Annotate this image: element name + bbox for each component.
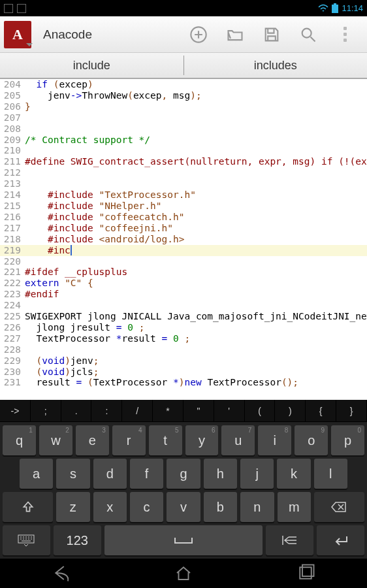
code-line[interactable]: 230 (void)jcls;: [0, 367, 367, 378]
key-k[interactable]: k: [277, 459, 310, 489]
android-nav-bar: [0, 559, 367, 588]
key-b[interactable]: b: [204, 492, 237, 522]
key-a[interactable]: a: [20, 459, 53, 489]
symbol-key[interactable]: ': [214, 400, 245, 422]
code-line[interactable]: 210: [0, 145, 367, 156]
key-x[interactable]: x: [93, 492, 127, 522]
new-button[interactable]: [180, 16, 217, 53]
symbol-key[interactable]: /: [122, 400, 153, 422]
symbol-key[interactable]: ): [275, 400, 306, 422]
enter-key[interactable]: [317, 525, 364, 555]
key-h[interactable]: h: [204, 459, 237, 489]
symbol-key[interactable]: ;: [31, 400, 61, 422]
notification-icon: [4, 4, 13, 13]
key-t[interactable]: t5: [149, 425, 182, 455]
code-line[interactable]: 213: [0, 178, 367, 189]
recent-apps-button[interactable]: [296, 563, 315, 585]
code-line[interactable]: 209/* Contract support */: [0, 135, 367, 146]
key-u[interactable]: u7: [221, 425, 255, 455]
back-button[interactable]: [52, 563, 71, 585]
code-editor[interactable]: 204 if (excep)205 jenv->ThrowNew(excep, …: [0, 79, 367, 400]
search-button[interactable]: [290, 16, 327, 53]
code-line[interactable]: 208: [0, 123, 367, 135]
code-line[interactable]: 205 jenv->ThrowNew(excep, msg);: [0, 90, 367, 101]
keyboard-hide-icon: [18, 534, 35, 546]
code-line[interactable]: 222extern "C" {: [0, 278, 367, 289]
hide-keyboard-key[interactable]: [3, 525, 50, 555]
key-d[interactable]: d: [93, 459, 127, 489]
enter-icon: [334, 535, 348, 546]
key-p[interactable]: p0: [331, 425, 364, 455]
autocomplete-suggestion[interactable]: include: [0, 53, 184, 78]
key-q[interactable]: q1: [3, 425, 36, 455]
code-line[interactable]: 226 jlong jresult = 0 ;: [0, 322, 367, 333]
shift-key[interactable]: [3, 492, 53, 522]
code-line[interactable]: 207: [0, 112, 367, 123]
code-line[interactable]: 212: [0, 167, 367, 178]
code-line[interactable]: 216 #include "coffeecatch.h": [0, 212, 367, 223]
key-o[interactable]: o9: [295, 425, 328, 455]
code-line[interactable]: 204 if (excep): [0, 79, 367, 90]
line-number: 217: [0, 223, 25, 234]
code-line[interactable]: 219 #inc: [0, 245, 367, 256]
symbol-key[interactable]: *: [153, 400, 184, 422]
symbol-key[interactable]: ->: [0, 400, 31, 422]
symbol-key[interactable]: {: [306, 400, 336, 422]
backspace-key[interactable]: [314, 492, 364, 522]
key-z[interactable]: z: [56, 492, 89, 522]
code-line[interactable]: 217 #include "coffeejni.h": [0, 223, 367, 234]
home-button[interactable]: [174, 563, 193, 585]
code-line[interactable]: 214 #include "TextProcessor.h": [0, 189, 367, 201]
tab-key[interactable]: [266, 525, 313, 555]
line-number: 228: [0, 344, 25, 355]
code-line[interactable]: 206}: [0, 101, 367, 112]
key-i[interactable]: i8: [258, 425, 291, 455]
symbol-key[interactable]: (: [245, 400, 276, 422]
key-y[interactable]: y6: [185, 425, 219, 455]
key-f[interactable]: f: [130, 459, 163, 489]
symbol-key[interactable]: ": [184, 400, 214, 422]
space-key[interactable]: [104, 525, 263, 555]
save-button[interactable]: [253, 16, 290, 53]
keyboard-row-1: q1w2e3r4t5y6u7i8o9p0: [0, 422, 367, 455]
code-line[interactable]: 228: [0, 344, 367, 355]
app-name: Anacode: [43, 27, 92, 42]
key-e[interactable]: e3: [76, 425, 109, 455]
line-number: 226: [0, 322, 25, 333]
code-line[interactable]: 218 #include <android/log.h>: [0, 234, 367, 245]
code-line[interactable]: 224: [0, 300, 367, 311]
clock: 11:14: [342, 3, 363, 13]
shift-icon: [22, 500, 35, 514]
symbol-key[interactable]: .: [61, 400, 92, 422]
key-m[interactable]: m: [278, 492, 311, 522]
code-line[interactable]: 229 (void)jenv;: [0, 355, 367, 367]
app-dropdown-caret[interactable]: [26, 43, 33, 46]
key-j[interactable]: j: [240, 459, 274, 489]
code-line[interactable]: 227 TextProcessor *result = 0 ;: [0, 333, 367, 344]
open-button[interactable]: [217, 16, 253, 53]
key-s[interactable]: s: [56, 459, 89, 489]
code-line[interactable]: 211#define SWIG_contract_assert(nullretu…: [0, 156, 367, 167]
keyboard-row-2: asdfghjkl: [0, 455, 367, 489]
key-c[interactable]: c: [130, 492, 163, 522]
autocomplete-suggestion[interactable]: includes: [184, 53, 368, 78]
code-line[interactable]: 225SWIGEXPORT jlong JNICALL Java_com_maj…: [0, 311, 367, 322]
symbol-key[interactable]: }: [336, 400, 367, 422]
code-line[interactable]: 220: [0, 256, 367, 267]
key-n[interactable]: n: [240, 492, 274, 522]
overflow-menu-button[interactable]: [327, 16, 363, 53]
code-line[interactable]: 215 #include "NHelper.h": [0, 201, 367, 212]
code-line[interactable]: 221#ifdef __cplusplus: [0, 267, 367, 278]
key-g[interactable]: g: [167, 459, 200, 489]
toolbar: A Anacode: [0, 16, 367, 53]
key-w[interactable]: w2: [39, 425, 72, 455]
key-r[interactable]: r4: [112, 425, 146, 455]
key-l[interactable]: l: [314, 459, 347, 489]
symbols-mode-key[interactable]: 123: [54, 525, 101, 555]
backspace-icon: [331, 501, 347, 513]
code-line[interactable]: 223#endif: [0, 289, 367, 300]
line-number: 220: [0, 256, 25, 267]
code-line[interactable]: 231 result = (TextProcessor *)new TextPr…: [0, 377, 367, 388]
symbol-key[interactable]: :: [91, 400, 122, 422]
key-v[interactable]: v: [167, 492, 200, 522]
